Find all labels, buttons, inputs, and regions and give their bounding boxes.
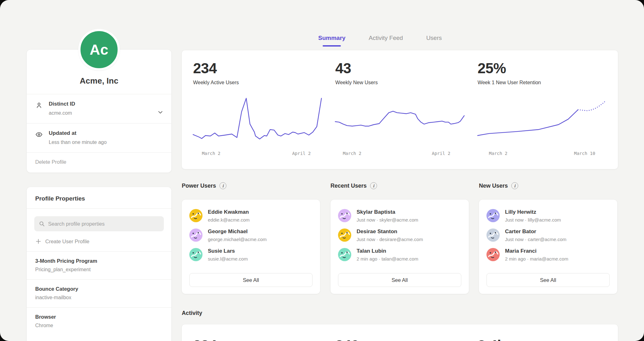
user-list: Eddie Kwakman eddie.k@acme.com George Mi… xyxy=(189,209,313,267)
user-row[interactable]: George Michael george.michael@acme.com xyxy=(189,228,313,242)
new-users-header: New Users i xyxy=(479,182,518,189)
person-icon xyxy=(35,102,43,109)
chevron-down-icon[interactable] xyxy=(157,109,164,116)
user-row[interactable]: Skylar Baptista Just now · skyler@acme.c… xyxy=(338,209,461,223)
user-row[interactable]: Susie Lars susie.l@acme.com xyxy=(189,248,313,261)
recent-users-header: Recent Users i xyxy=(330,182,377,189)
stat-label: Week 1 New User Retention xyxy=(478,80,607,85)
user-subtitle: susie.l@acme.com xyxy=(208,256,248,261)
user-subtitle: Just now · skyler@acme.com xyxy=(357,217,418,223)
user-subtitle: Just now · desirare@acme.com xyxy=(357,237,423,242)
user-info: Desirae Stanton Just now · desirare@acme… xyxy=(357,228,423,242)
activity-card: 234 240 3.4k xyxy=(182,324,618,341)
weekly-active-users-chart xyxy=(193,97,322,146)
property-row[interactable]: Browser Chrome xyxy=(27,307,171,335)
tab-summary[interactable]: Summary xyxy=(318,35,346,47)
property-value: inactive-mailbox xyxy=(35,295,164,300)
profile-properties-search[interactable] xyxy=(34,216,164,231)
user-row[interactable]: Lilly Herwitz Just now · lilly@acme.com xyxy=(486,209,610,223)
user-avatar-face xyxy=(338,228,351,242)
x-axis-label: April 2 xyxy=(432,151,450,156)
user-info: George Michael george.michael@acme.com xyxy=(208,228,267,242)
see-all-button[interactable]: See All xyxy=(189,273,313,287)
see-all-button[interactable]: See All xyxy=(486,273,610,287)
user-list: Skylar Baptista Just now · skyler@acme.c… xyxy=(338,209,461,267)
user-avatar-face xyxy=(189,228,203,242)
field-row-updated-at: Updated at Less than one minute ago xyxy=(27,123,171,152)
tab-activity-feed[interactable]: Activity Feed xyxy=(369,35,403,47)
search-icon xyxy=(39,221,45,227)
user-name: Lilly Herwitz xyxy=(505,209,561,215)
user-avatar-face xyxy=(486,248,500,261)
user-row[interactable]: Maria Franci 2 min ago · maria@acme.com xyxy=(486,248,610,261)
user-subtitle: george.michael@acme.com xyxy=(208,237,267,242)
activity-header: Activity xyxy=(182,310,202,316)
search-input[interactable] xyxy=(48,221,159,227)
user-info: Susie Lars susie.l@acme.com xyxy=(208,248,248,261)
chart-line-retention_projected xyxy=(578,101,605,111)
plus-icon xyxy=(35,238,42,245)
metric-week1-retention: 25% Week 1 New User Retention March 2Mar… xyxy=(478,60,607,169)
user-avatar xyxy=(189,228,203,242)
metric-weekly-active-users: 234 Weekly Active Users March 2April 2 xyxy=(193,60,322,169)
info-icon[interactable]: i xyxy=(511,182,518,189)
recent-users-card: Skylar Baptista Just now · skyler@acme.c… xyxy=(330,200,469,294)
company-profile-card: Ac Acme, Inc Distinct ID acme.com Update… xyxy=(27,50,171,173)
x-axis: March 2April 2 xyxy=(193,151,322,159)
power-users-header: Power Users i xyxy=(182,182,226,189)
user-row[interactable]: Desirae Stanton Just now · desirare@acme… xyxy=(338,228,461,242)
user-row[interactable]: Carter Bator Just now · carter@acme.com xyxy=(486,228,610,242)
user-subtitle: 2 min ago · talan@acme.com xyxy=(357,256,418,261)
x-axis: March 2April 2 xyxy=(335,151,464,159)
section-title: Recent Users xyxy=(330,183,367,189)
user-avatar-face xyxy=(486,228,500,242)
user-avatar xyxy=(338,248,351,261)
week1-retention-chart xyxy=(478,97,607,146)
stat-label: Weekly New Users xyxy=(335,80,464,85)
company-avatar-initials: Ac xyxy=(90,41,108,58)
section-title: Power Users xyxy=(182,183,216,189)
see-all-button[interactable]: See All xyxy=(338,273,461,287)
stat-label: Weekly Active Users xyxy=(193,80,322,85)
chart-line-weekly_new_users xyxy=(335,111,464,126)
new-users-card: Lilly Herwitz Just now · lilly@acme.com … xyxy=(479,200,617,294)
user-avatar-face xyxy=(486,209,500,222)
user-avatar xyxy=(486,209,500,222)
property-row[interactable]: 3-Month Pricing Program Pricing_plan_exp… xyxy=(27,251,171,279)
weekly-new-users-chart xyxy=(335,97,464,146)
user-name: Eddie Kwakman xyxy=(208,209,250,215)
user-subtitle: Just now · carter@acme.com xyxy=(505,237,566,242)
user-row[interactable]: Eddie Kwakman eddie.k@acme.com xyxy=(189,209,313,223)
power-users-card: Eddie Kwakman eddie.k@acme.com George Mi… xyxy=(182,200,320,294)
activity-stat: 3.4k xyxy=(478,337,607,341)
profile-properties-title: Profile Properties xyxy=(27,187,171,209)
user-subtitle: eddie.k@acme.com xyxy=(208,217,250,223)
user-name: Skylar Baptista xyxy=(357,209,418,215)
property-row[interactable]: Bounce Category inactive-mailbox xyxy=(27,279,171,307)
stat-value: 43 xyxy=(335,60,464,77)
user-info: Maria Franci 2 min ago · maria@acme.com xyxy=(505,248,568,261)
activity-stat: 240 xyxy=(335,337,464,341)
stat-value: 25% xyxy=(478,60,607,77)
user-avatar xyxy=(486,248,500,261)
user-avatar-face xyxy=(189,209,203,222)
create-user-profile-button[interactable]: Create User Profile xyxy=(35,238,164,245)
profile-dashboard: Ac Acme, Inc Distinct ID acme.com Update… xyxy=(0,0,644,341)
delete-profile-button[interactable]: Delete Profile xyxy=(27,152,171,173)
info-icon[interactable]: i xyxy=(219,182,226,189)
user-avatar xyxy=(486,228,500,242)
stat-value: 234 xyxy=(193,60,322,77)
tab-users[interactable]: Users xyxy=(426,35,442,47)
user-name: Desirae Stanton xyxy=(357,228,423,235)
property-name: Browser xyxy=(35,314,164,320)
x-axis-label: March 10 xyxy=(574,151,595,156)
user-info: Eddie Kwakman eddie.k@acme.com xyxy=(208,209,250,223)
summary-metrics-card: 234 Weekly Active Users March 2April 2 4… xyxy=(182,50,618,169)
field-value: Less than one minute ago xyxy=(49,140,154,145)
company-avatar: Ac xyxy=(78,29,120,70)
user-name: Maria Franci xyxy=(505,248,568,254)
user-row[interactable]: Talan Lubin 2 min ago · talan@acme.com xyxy=(338,248,461,261)
user-info: Talan Lubin 2 min ago · talan@acme.com xyxy=(357,248,418,261)
info-icon[interactable]: i xyxy=(370,182,377,189)
x-axis-label: March 2 xyxy=(202,151,220,156)
